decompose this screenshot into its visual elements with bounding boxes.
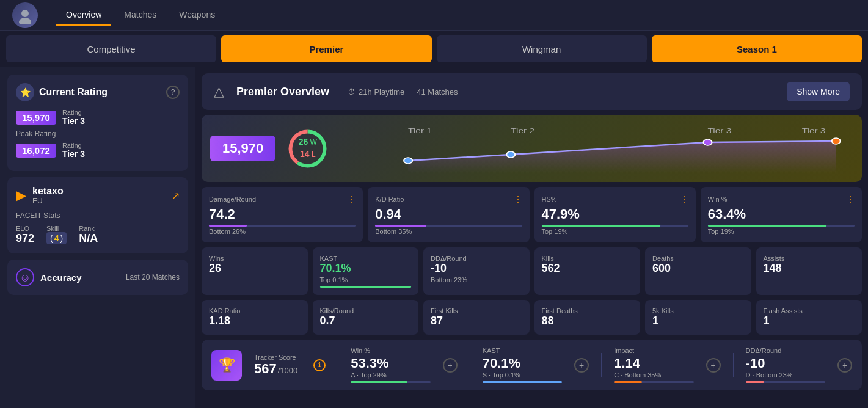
stats-bottom-grid: KAD Ratio 1.18 Kills/Round 0.7 First Kil…	[202, 300, 862, 335]
user-region: EU	[32, 197, 64, 205]
show-more-button[interactable]: Show More	[787, 82, 850, 101]
tracker-win-expand[interactable]: +	[443, 358, 458, 373]
stat-flash: Flash Assists 1	[756, 300, 863, 335]
damage-label: Damage/Round ⋮	[209, 194, 356, 204]
rating-title: Current Rating	[39, 87, 108, 98]
tracker-impact-expand[interactable]: +	[706, 358, 721, 373]
sidebar: ⭐ Current Rating ? 15,970 Rating Tier 3 …	[0, 67, 195, 408]
tracker-impact-value: 1.14	[614, 355, 693, 371]
overview-meta: ⏱ 21h Playtime 41 Matches	[348, 87, 458, 97]
tracker-impact: Impact 1.14 C · Bottom 35%	[614, 347, 693, 383]
fk-val: 87	[431, 315, 522, 327]
tracker-ddelta-value: -10	[746, 355, 825, 371]
chart-rating-display: 15,970	[210, 136, 275, 161]
tab-overview[interactable]: Overview	[56, 5, 111, 26]
mode-season[interactable]: Season 1	[652, 35, 862, 62]
current-rating-badge: 15,970	[16, 111, 56, 125]
hs-value: 47.9%	[542, 206, 688, 222]
stat-kad: KAD Ratio 1.18	[202, 300, 308, 335]
damage-dots[interactable]: ⋮	[347, 194, 356, 204]
matches-meta: 41 Matches	[417, 87, 458, 97]
ddelta-val: -10	[431, 262, 522, 275]
ddelta-label: DDΔ/Round	[431, 255, 522, 262]
external-link-icon[interactable]: ↗	[172, 190, 180, 202]
faceit-rank: Rank N/A	[79, 225, 98, 245]
svg-text:Tier 3: Tier 3	[802, 127, 826, 134]
overview-icon: △	[214, 84, 224, 100]
stat-fk: First Kills 87	[423, 300, 530, 335]
kast-sub: Top 0.1%	[320, 276, 412, 283]
tracker-divider-1	[338, 353, 338, 377]
elo-label: ELO	[16, 225, 34, 232]
stat-ddelta: DDΔ/Round -10 Bottom 23%	[423, 247, 530, 295]
tracker-kast-sub: S · Top 0.1%	[483, 371, 562, 379]
win-dots[interactable]: ⋮	[846, 194, 855, 204]
avatar	[12, 2, 38, 28]
nav-tabs: Overview Matches Weapons	[56, 5, 225, 26]
tracker-kast-bar-fill	[483, 381, 562, 383]
stat-wins: Wins 26	[202, 247, 308, 295]
current-rating-info: Rating Tier 3	[62, 109, 85, 126]
win-sub: Top 19%	[708, 228, 855, 235]
mode-wingman[interactable]: Wingman	[437, 35, 647, 62]
tracker-score-value: 567	[254, 361, 277, 377]
wins-label: Wins	[209, 255, 301, 262]
stat-damage: Damage/Round ⋮ 74.2 Bottom 26%	[202, 187, 363, 242]
stat-hs: HS% ⋮ 47.9% Top 19%	[534, 187, 696, 242]
deaths-val: 600	[652, 262, 744, 275]
stat-5k: 5k Kills 1	[645, 300, 751, 335]
win-bar-fill	[708, 225, 827, 227]
kpr-val: 0.7	[320, 315, 412, 327]
kd-bar	[375, 225, 522, 227]
tracker-divider-3	[601, 353, 602, 377]
tracker-ddelta-bar	[746, 381, 825, 383]
flash-val: 1	[764, 315, 855, 327]
kd-dots[interactable]: ⋮	[514, 194, 522, 204]
current-rating-card: ⭐ Current Rating ? 15,970 Rating Tier 3 …	[7, 75, 188, 171]
clock-icon: ⏱	[348, 87, 356, 97]
svg-point-10	[507, 151, 516, 158]
kills-label: Kills	[542, 255, 633, 262]
tracker-kast-bar	[483, 381, 562, 383]
kast-bar	[320, 286, 412, 288]
peak-rating-label: Rating	[62, 142, 85, 149]
tracker-impact-label: Impact	[614, 347, 693, 354]
kd-label: K/D Ratio ⋮	[375, 194, 522, 204]
hs-bar-fill	[542, 225, 661, 227]
tracker-win-label: Win %	[351, 347, 430, 354]
hs-dots[interactable]: ⋮	[680, 194, 688, 204]
svg-point-11	[704, 139, 712, 145]
tracker-impact-bar	[614, 381, 693, 383]
tracker-info-icon[interactable]: ℹ	[313, 359, 326, 371]
tracker-kast-expand[interactable]: +	[574, 358, 589, 373]
svg-point-12	[832, 138, 841, 144]
mode-premier[interactable]: Premier	[221, 35, 431, 62]
user-brand-icon: ▶	[16, 188, 26, 203]
tracker-win-pct: Win % 53.3% A · Top 29%	[351, 347, 430, 383]
peak-rating-badge: 16,072	[16, 144, 56, 158]
top-navigation: Overview Matches Weapons	[0, 0, 868, 31]
svg-text:Tier 3: Tier 3	[708, 127, 732, 134]
tracker-icon: 🏆	[211, 350, 242, 381]
help-icon[interactable]: ?	[166, 86, 180, 99]
assists-label: Assists	[764, 255, 855, 262]
tab-matches[interactable]: Matches	[114, 5, 166, 26]
5k-val: 1	[652, 315, 744, 327]
rating-label: Rating	[62, 109, 85, 116]
kills-val: 562	[542, 262, 633, 275]
tracker-win-sub: A · Top 29%	[351, 371, 430, 379]
assists-val: 148	[764, 262, 855, 275]
tracker-ddelta-label: DDΔ/Round	[746, 347, 825, 354]
overview-title: Premier Overview	[236, 86, 329, 98]
mode-competitive[interactable]: Competitive	[6, 35, 216, 62]
damage-bar-fill	[209, 225, 247, 227]
tab-weapons[interactable]: Weapons	[169, 5, 225, 26]
faceit-skill: Skill (4)	[46, 225, 67, 245]
hs-label: HS% ⋮	[542, 194, 688, 204]
skill-badge: (4)	[46, 232, 67, 244]
tracker-score-section: Tracker Score 567 /1000	[254, 354, 297, 377]
skill-label: Skill	[46, 225, 67, 232]
stat-win: Win % ⋮ 63.4% Top 19%	[701, 187, 862, 242]
tracker-score-max: /1000	[278, 366, 298, 375]
tracker-ddelta-expand[interactable]: +	[837, 358, 852, 373]
